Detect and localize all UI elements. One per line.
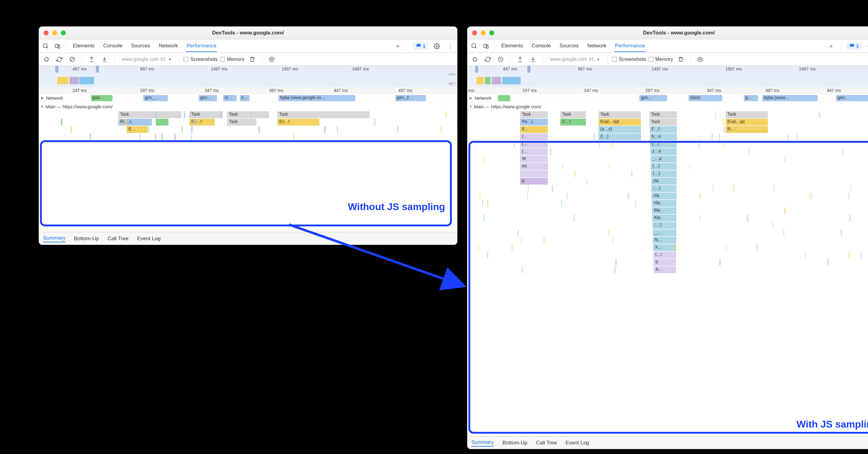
flame-block[interactable]: _…a: [651, 155, 677, 162]
gc-button[interactable]: [247, 54, 257, 65]
clear-button[interactable]: [67, 54, 78, 65]
net-item[interactable]: goo…: [91, 95, 113, 101]
main-track-header[interactable]: ▼ Main — https://www.google.com/: [39, 102, 457, 111]
flame-block[interactable]: Task: [227, 119, 256, 125]
btab-bottomup[interactable]: Bottom-Up: [502, 440, 527, 446]
maximize-icon[interactable]: [489, 30, 494, 35]
btab-calltree[interactable]: Call Tree: [107, 236, 128, 242]
flame-block[interactable]: (l…): [598, 134, 641, 140]
memory-input[interactable]: [220, 57, 225, 62]
net-item[interactable]: cl…: [223, 95, 237, 101]
flame-block[interactable]: W: [520, 155, 548, 162]
flame-block[interactable]: Ev…t: [277, 119, 319, 125]
kebab-icon[interactable]: ⋮: [445, 41, 456, 51]
download-button[interactable]: [99, 54, 110, 65]
net-item[interactable]: gen_…: [143, 95, 168, 101]
flame-block[interactable]: Eval…ipt: [726, 119, 768, 125]
screenshots-input[interactable]: [184, 57, 188, 62]
flame-block[interactable]: (…: [520, 134, 548, 140]
net-item[interactable]: gen…: [836, 95, 868, 101]
flame-block[interactable]: Pa…L: [520, 119, 548, 125]
range-handle-right[interactable]: [527, 66, 530, 73]
issues-chip[interactable]: 1: [846, 42, 862, 50]
flame-block[interactable]: t…r: [653, 252, 676, 258]
net-item[interactable]: [498, 95, 510, 101]
btab-calltree[interactable]: Call Tree: [536, 440, 557, 446]
btab-bottomup[interactable]: Bottom-Up: [74, 236, 99, 242]
flame-block[interactable]: Task: [649, 111, 677, 118]
tab-console[interactable]: Console: [531, 40, 551, 52]
flame-block[interactable]: (…: [520, 148, 548, 155]
flame-block[interactable]: Task: [227, 111, 269, 118]
gc-button[interactable]: [676, 54, 686, 65]
net-item[interactable]: gen_2…: [395, 95, 426, 101]
memory-checkbox[interactable]: Memory: [220, 57, 245, 62]
minimize-icon[interactable]: [481, 30, 486, 35]
flame-block[interactable]: (a…s): [598, 126, 641, 133]
flame-block[interactable]: (…): [651, 170, 677, 177]
flame-block[interactable]: E…: [520, 126, 548, 133]
flame-block[interactable]: N…: [653, 237, 676, 244]
capture-settings-icon[interactable]: [267, 54, 277, 65]
flame-block[interactable]: E…: [127, 126, 148, 133]
screenshots-checkbox[interactable]: Screenshots: [612, 57, 646, 62]
flame-block[interactable]: p: [520, 178, 548, 185]
reload-button[interactable]: [54, 54, 65, 65]
tab-sources[interactable]: Sources: [130, 40, 151, 52]
flame-block[interactable]: Pa…L: [118, 119, 152, 125]
reload-button[interactable]: [483, 54, 493, 65]
flame-block[interactable]: Kla: [652, 215, 676, 222]
tab-console[interactable]: Console: [103, 40, 123, 52]
flame-chart[interactable]: TaskTaskTaskTaskPa…LEv…tTaskEv…tE…: [39, 111, 457, 232]
flame-block[interactable]: X…: [653, 244, 676, 251]
upload-button[interactable]: [86, 54, 97, 65]
network-track[interactable]: ▶ Network gen… client g… hpba (www… gen…: [467, 94, 868, 102]
net-item[interactable]: gen…: [198, 95, 217, 101]
net-item[interactable]: hpba (www…: [762, 95, 817, 101]
flame-block[interactable]: Bla: [652, 207, 676, 214]
flame-block[interactable]: (…): [653, 222, 676, 229]
flame-block[interactable]: (…: [520, 141, 548, 148]
capture-settings-icon[interactable]: [695, 54, 705, 65]
flame-block[interactable]: Ev…t: [189, 119, 215, 125]
flame-block[interactable]: C…t: [560, 119, 586, 125]
flame-block[interactable]: R…: [726, 126, 768, 133]
settings-icon[interactable]: [865, 41, 868, 51]
issues-chip[interactable]: 1: [413, 42, 429, 50]
main-track-header[interactable]: ▼ Main — https://www.google.com/: [467, 102, 868, 111]
flame-block[interactable]: b…e: [650, 134, 677, 140]
flame-block[interactable]: Task: [277, 111, 369, 118]
maximize-icon[interactable]: [61, 30, 66, 35]
recording-selector[interactable]: www.google.com #1 ▼: [119, 57, 175, 62]
flame-block[interactable]: [156, 119, 168, 125]
net-item[interactable]: g…: [744, 95, 758, 101]
tab-elements[interactable]: Elements: [501, 40, 524, 52]
inspect-icon[interactable]: [40, 41, 51, 51]
record-button[interactable]: [470, 54, 480, 65]
btab-eventlog[interactable]: Event Log: [565, 440, 589, 446]
download-button[interactable]: [528, 54, 538, 65]
flame-block[interactable]: ea: [520, 163, 548, 170]
tab-sources[interactable]: Sources: [559, 40, 579, 52]
flame-block[interactable]: (…): [650, 141, 677, 148]
inspect-icon[interactable]: [469, 41, 479, 51]
flame-block[interactable]: zla: [651, 178, 677, 185]
more-tabs-icon[interactable]: »: [826, 41, 836, 51]
settings-icon[interactable]: [432, 41, 442, 51]
overview-pane[interactable]: 497 ms 997 ms 1497 ms 1997 ms 2497 ms CP…: [39, 66, 457, 94]
range-handle-left[interactable]: [475, 66, 478, 73]
flame-block[interactable]: (…): [651, 163, 677, 170]
more-tabs-icon[interactable]: »: [393, 41, 403, 51]
net-item[interactable]: hpba (www.google.co…: [278, 95, 355, 101]
flame-block[interactable]: Task: [118, 111, 181, 118]
flame-block[interactable]: Task: [560, 111, 586, 118]
minimize-icon[interactable]: [52, 30, 57, 35]
flame-block[interactable]: Task: [649, 119, 677, 125]
screenshots-input[interactable]: [612, 57, 617, 62]
range-handle-left[interactable]: [55, 66, 58, 73]
memory-checkbox[interactable]: Memory: [649, 57, 673, 62]
flame-block[interactable]: z…e: [650, 148, 677, 155]
flame-block[interactable]: Task: [726, 111, 768, 118]
flame-block[interactable]: Task: [189, 111, 223, 118]
clear-button[interactable]: [495, 54, 506, 65]
